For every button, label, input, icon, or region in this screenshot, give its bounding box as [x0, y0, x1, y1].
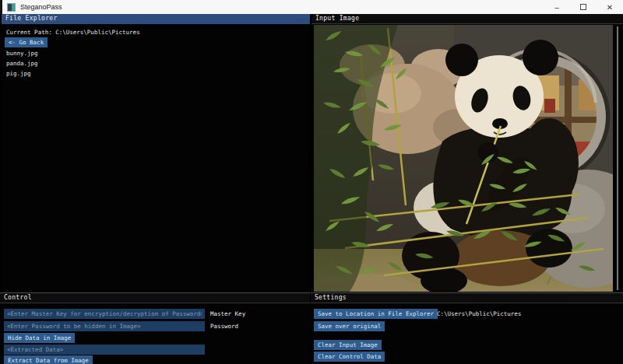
- input-image-panda-photo: [314, 25, 613, 292]
- window-title: SteganoPass: [20, 3, 62, 11]
- current-path-label: Current Path: C:\Users\Public\Pictures: [6, 29, 140, 36]
- file-item-pig[interactable]: pig.jpg: [6, 68, 38, 79]
- extracted-data-field[interactable]: [4, 345, 205, 355]
- password-label: Password: [210, 323, 238, 330]
- window-controls: – ✕: [544, 0, 623, 14]
- minimize-button[interactable]: –: [544, 0, 570, 14]
- maximize-icon: [580, 4, 586, 10]
- hide-data-button[interactable]: Hide Data in Image: [4, 333, 75, 343]
- titlebar: SteganoPass – ✕: [0, 0, 623, 14]
- app-icon: [7, 3, 16, 12]
- close-icon: ✕: [607, 3, 613, 12]
- master-key-label: Master Key: [210, 310, 245, 317]
- go-back-button[interactable]: <- Go Back: [5, 37, 48, 47]
- minimize-icon: –: [554, 3, 559, 12]
- clear-control-data-button[interactable]: Clear Control Data: [314, 352, 385, 362]
- file-list: bunny.jpg panda.jpg pig.jpg: [6, 48, 38, 79]
- settings-header: Settings: [311, 293, 623, 303]
- app-window: SteganoPass – ✕ File Explorer Current Pa…: [0, 0, 623, 364]
- input-image-panel: Input Image: [312, 14, 623, 292]
- file-explorer-header: File Explorer: [2, 14, 310, 24]
- save-over-original-button[interactable]: Save over original: [314, 321, 385, 331]
- settings-panel: Settings Save to Location in File Explor…: [311, 292, 623, 364]
- file-explorer-panel: File Explorer Current Path: C:\Users\Pub…: [2, 14, 310, 292]
- file-item-bunny[interactable]: bunny.jpg: [6, 48, 38, 58]
- save-location-path: C:\Users\Public\Pictures: [437, 310, 521, 317]
- maximize-button[interactable]: [570, 0, 597, 14]
- password-input[interactable]: [4, 321, 205, 331]
- control-header: Control: [0, 293, 310, 303]
- file-item-panda[interactable]: panda.jpg: [6, 58, 38, 68]
- image-panel-scrollbar[interactable]: [617, 26, 618, 290]
- window-edge: [0, 0, 2, 14]
- extract-data-button[interactable]: Extract Data from Image: [4, 355, 93, 364]
- save-to-location-button[interactable]: Save to Location in File Explorer: [314, 309, 438, 319]
- input-image-header: Input Image: [312, 14, 623, 24]
- close-button[interactable]: ✕: [597, 0, 623, 14]
- control-panel: Control Master Key Password Hide Data in…: [0, 292, 310, 364]
- master-key-input[interactable]: [4, 309, 205, 319]
- clear-input-image-button[interactable]: Clear Input Image: [314, 340, 382, 350]
